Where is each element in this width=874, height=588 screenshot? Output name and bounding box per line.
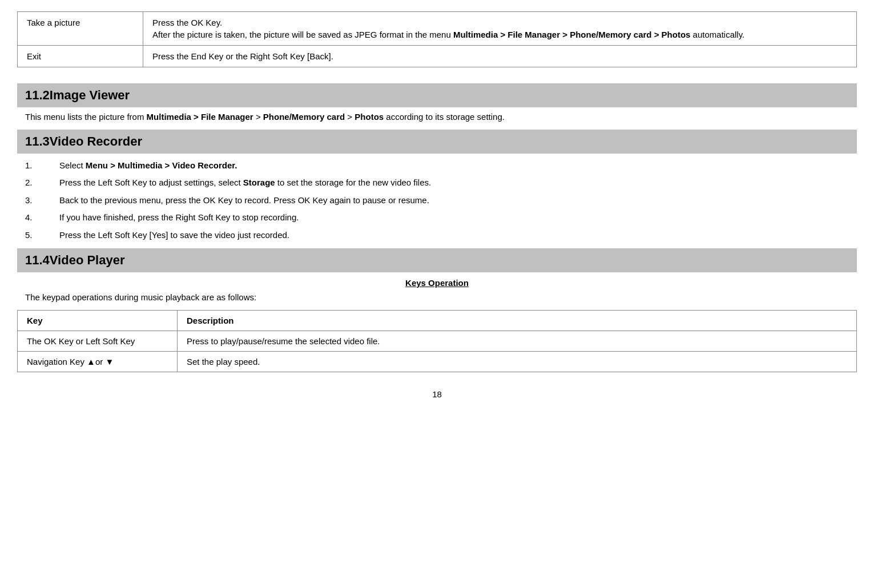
list-item: 3.Back to the previous menu, press the O… [17,192,857,210]
page-number: 18 [17,389,857,399]
section-11-2-heading: 11.2Image Viewer [17,83,857,107]
list-item: 5.Press the Left Soft Key [Yes] to save … [17,227,857,244]
section-11-4-intro: The keypad operations during music playb… [25,291,849,304]
description-cell: Press to play/pause/resume the selected … [178,331,857,351]
list-item: 4.If you have finished, press the Right … [17,209,857,227]
top-table: Take a picturePress the OK Key.After the… [17,11,857,67]
list-item: 2.Press the Left Soft Key to adjust sett… [17,174,857,192]
table-row-label: Exit [18,46,143,67]
key-cell: Navigation Key ▲or ▼ [18,351,178,372]
keys-table: KeyDescription The OK Key or Left Soft K… [17,310,857,372]
section-11-3-heading: 11.3Video Recorder [17,130,857,154]
section-11-3-list: 1.Select Menu > Multimedia > Video Recor… [17,157,857,244]
table-row: Navigation Key ▲or ▼Set the play speed. [18,351,857,372]
table-header: Description [178,310,857,331]
table-row: The OK Key or Left Soft KeyPress to play… [18,331,857,351]
table-row-desc: Press the OK Key.After the picture is ta… [143,12,857,46]
table-row-desc: Press the End Key or the Right Soft Key … [143,46,857,67]
section-11-2-body: This menu lists the picture from Multime… [25,111,849,124]
section-11-4-heading: 11.4Video Player [17,248,857,272]
description-cell: Set the play speed. [178,351,857,372]
keys-operation-heading: Keys Operation [17,278,857,288]
table-header: Key [18,310,178,331]
table-row-label: Take a picture [18,12,143,46]
key-cell: The OK Key or Left Soft Key [18,331,178,351]
list-item: 1.Select Menu > Multimedia > Video Recor… [17,157,857,175]
